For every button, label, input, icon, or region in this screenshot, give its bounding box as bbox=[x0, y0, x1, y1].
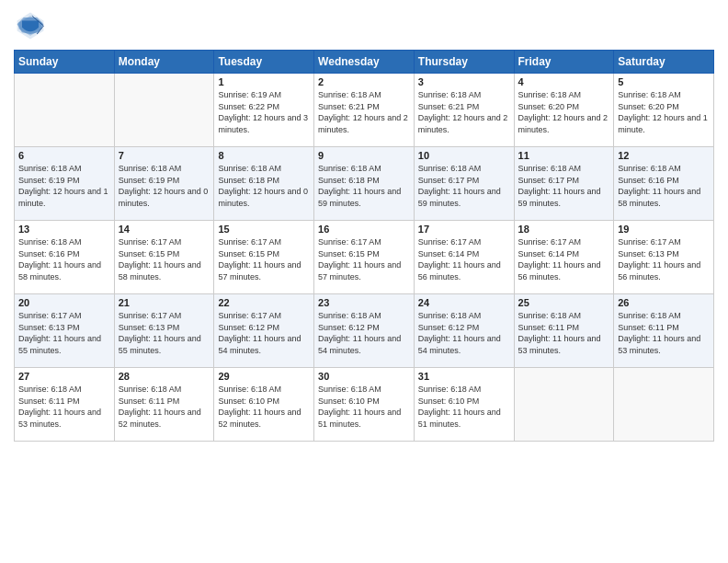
day-info: Sunrise: 6:19 AM Sunset: 6:22 PM Dayligh… bbox=[218, 89, 310, 135]
day-cell: 21Sunrise: 6:17 AM Sunset: 6:13 PM Dayli… bbox=[114, 294, 214, 368]
day-info: Sunrise: 6:18 AM Sunset: 6:21 PM Dayligh… bbox=[318, 89, 410, 135]
day-number: 13 bbox=[18, 224, 110, 235]
day-info: Sunrise: 6:18 AM Sunset: 6:12 PM Dayligh… bbox=[318, 310, 410, 356]
day-info: Sunrise: 6:18 AM Sunset: 6:16 PM Dayligh… bbox=[618, 163, 710, 209]
day-number: 15 bbox=[218, 224, 310, 235]
day-number: 3 bbox=[418, 76, 510, 87]
day-cell: 25Sunrise: 6:18 AM Sunset: 6:11 PM Dayli… bbox=[514, 294, 614, 368]
day-info: Sunrise: 6:18 AM Sunset: 6:12 PM Dayligh… bbox=[418, 310, 510, 356]
day-cell: 28Sunrise: 6:18 AM Sunset: 6:11 PM Dayli… bbox=[114, 368, 214, 442]
week-row-3: 13Sunrise: 6:18 AM Sunset: 6:16 PM Dayli… bbox=[15, 221, 714, 294]
day-number: 22 bbox=[218, 297, 310, 308]
day-cell bbox=[514, 368, 614, 442]
day-info: Sunrise: 6:18 AM Sunset: 6:11 PM Dayligh… bbox=[618, 310, 710, 356]
day-info: Sunrise: 6:17 AM Sunset: 6:15 PM Dayligh… bbox=[119, 236, 210, 282]
day-cell: 24Sunrise: 6:18 AM Sunset: 6:12 PM Dayli… bbox=[414, 294, 514, 368]
day-number: 18 bbox=[518, 224, 610, 235]
day-number: 14 bbox=[119, 224, 210, 235]
weekday-header-thursday: Thursday bbox=[414, 51, 514, 74]
day-info: Sunrise: 6:18 AM Sunset: 6:11 PM Dayligh… bbox=[18, 384, 110, 430]
day-number: 19 bbox=[618, 224, 710, 235]
day-number: 12 bbox=[618, 150, 710, 161]
day-cell: 8Sunrise: 6:18 AM Sunset: 6:18 PM Daylig… bbox=[214, 147, 314, 221]
day-number: 11 bbox=[518, 150, 610, 161]
day-cell: 31Sunrise: 6:18 AM Sunset: 6:10 PM Dayli… bbox=[414, 368, 514, 442]
day-cell: 7Sunrise: 6:18 AM Sunset: 6:19 PM Daylig… bbox=[114, 147, 214, 221]
day-cell: 1Sunrise: 6:19 AM Sunset: 6:22 PM Daylig… bbox=[214, 74, 314, 147]
day-number: 1 bbox=[218, 76, 310, 87]
day-info: Sunrise: 6:17 AM Sunset: 6:15 PM Dayligh… bbox=[318, 236, 410, 282]
day-number: 31 bbox=[418, 371, 510, 382]
weekday-header-monday: Monday bbox=[114, 51, 214, 74]
day-info: Sunrise: 6:18 AM Sunset: 6:17 PM Dayligh… bbox=[418, 163, 510, 209]
day-cell bbox=[614, 368, 714, 442]
weekday-header-sunday: Sunday bbox=[15, 51, 115, 74]
weekday-header-wednesday: Wednesday bbox=[314, 51, 415, 74]
day-cell: 10Sunrise: 6:18 AM Sunset: 6:17 PM Dayli… bbox=[414, 147, 514, 221]
logo bbox=[14, 9, 51, 42]
day-cell: 18Sunrise: 6:17 AM Sunset: 6:14 PM Dayli… bbox=[514, 221, 614, 294]
day-info: Sunrise: 6:18 AM Sunset: 6:10 PM Dayligh… bbox=[418, 384, 510, 430]
day-number: 24 bbox=[418, 297, 510, 308]
day-info: Sunrise: 6:17 AM Sunset: 6:13 PM Dayligh… bbox=[119, 310, 210, 356]
day-info: Sunrise: 6:17 AM Sunset: 6:13 PM Dayligh… bbox=[18, 310, 110, 356]
day-number: 4 bbox=[518, 76, 610, 87]
day-number: 6 bbox=[18, 150, 110, 161]
day-info: Sunrise: 6:18 AM Sunset: 6:18 PM Dayligh… bbox=[218, 163, 310, 209]
day-number: 9 bbox=[318, 150, 410, 161]
day-cell: 14Sunrise: 6:17 AM Sunset: 6:15 PM Dayli… bbox=[114, 221, 214, 294]
day-cell: 5Sunrise: 6:18 AM Sunset: 6:20 PM Daylig… bbox=[614, 74, 714, 147]
day-number: 17 bbox=[418, 224, 510, 235]
day-info: Sunrise: 6:18 AM Sunset: 6:20 PM Dayligh… bbox=[618, 89, 710, 135]
day-cell: 3Sunrise: 6:18 AM Sunset: 6:21 PM Daylig… bbox=[414, 74, 514, 147]
weekday-header-tuesday: Tuesday bbox=[214, 51, 314, 74]
day-info: Sunrise: 6:18 AM Sunset: 6:20 PM Dayligh… bbox=[518, 89, 610, 135]
week-row-5: 27Sunrise: 6:18 AM Sunset: 6:11 PM Dayli… bbox=[15, 368, 714, 442]
logo-icon bbox=[14, 9, 47, 42]
week-row-2: 6Sunrise: 6:18 AM Sunset: 6:19 PM Daylig… bbox=[15, 147, 714, 221]
week-row-1: 1Sunrise: 6:19 AM Sunset: 6:22 PM Daylig… bbox=[15, 74, 714, 147]
day-cell: 15Sunrise: 6:17 AM Sunset: 6:15 PM Dayli… bbox=[214, 221, 314, 294]
page: SundayMondayTuesdayWednesdayThursdayFrid… bbox=[0, 0, 728, 563]
day-info: Sunrise: 6:18 AM Sunset: 6:19 PM Dayligh… bbox=[18, 163, 110, 209]
day-cell: 23Sunrise: 6:18 AM Sunset: 6:12 PM Dayli… bbox=[314, 294, 415, 368]
day-number: 16 bbox=[318, 224, 410, 235]
day-info: Sunrise: 6:17 AM Sunset: 6:14 PM Dayligh… bbox=[518, 236, 610, 282]
day-cell: 11Sunrise: 6:18 AM Sunset: 6:17 PM Dayli… bbox=[514, 147, 614, 221]
day-number: 27 bbox=[18, 371, 110, 382]
day-info: Sunrise: 6:18 AM Sunset: 6:10 PM Dayligh… bbox=[218, 384, 310, 430]
day-cell: 9Sunrise: 6:18 AM Sunset: 6:18 PM Daylig… bbox=[314, 147, 415, 221]
day-info: Sunrise: 6:18 AM Sunset: 6:11 PM Dayligh… bbox=[119, 384, 210, 430]
day-info: Sunrise: 6:18 AM Sunset: 6:21 PM Dayligh… bbox=[418, 89, 510, 135]
day-number: 23 bbox=[318, 297, 410, 308]
day-cell: 19Sunrise: 6:17 AM Sunset: 6:13 PM Dayli… bbox=[614, 221, 714, 294]
header bbox=[14, 9, 714, 42]
day-number: 29 bbox=[218, 371, 310, 382]
day-number: 5 bbox=[618, 76, 710, 87]
calendar: SundayMondayTuesdayWednesdayThursdayFrid… bbox=[14, 50, 714, 442]
day-cell bbox=[114, 74, 214, 147]
day-info: Sunrise: 6:18 AM Sunset: 6:10 PM Dayligh… bbox=[318, 384, 410, 430]
day-cell bbox=[15, 74, 115, 147]
day-number: 21 bbox=[119, 297, 210, 308]
weekday-header-friday: Friday bbox=[514, 51, 614, 74]
day-cell: 17Sunrise: 6:17 AM Sunset: 6:14 PM Dayli… bbox=[414, 221, 514, 294]
day-info: Sunrise: 6:17 AM Sunset: 6:12 PM Dayligh… bbox=[218, 310, 310, 356]
day-info: Sunrise: 6:18 AM Sunset: 6:17 PM Dayligh… bbox=[518, 163, 610, 209]
day-number: 8 bbox=[218, 150, 310, 161]
day-cell: 16Sunrise: 6:17 AM Sunset: 6:15 PM Dayli… bbox=[314, 221, 415, 294]
day-info: Sunrise: 6:17 AM Sunset: 6:13 PM Dayligh… bbox=[618, 236, 710, 282]
day-cell: 29Sunrise: 6:18 AM Sunset: 6:10 PM Dayli… bbox=[214, 368, 314, 442]
day-info: Sunrise: 6:17 AM Sunset: 6:15 PM Dayligh… bbox=[218, 236, 310, 282]
day-info: Sunrise: 6:18 AM Sunset: 6:19 PM Dayligh… bbox=[119, 163, 210, 209]
day-cell: 27Sunrise: 6:18 AM Sunset: 6:11 PM Dayli… bbox=[15, 368, 115, 442]
day-number: 26 bbox=[618, 297, 710, 308]
day-cell: 6Sunrise: 6:18 AM Sunset: 6:19 PM Daylig… bbox=[15, 147, 115, 221]
day-number: 25 bbox=[518, 297, 610, 308]
weekday-header-saturday: Saturday bbox=[614, 51, 714, 74]
day-number: 2 bbox=[318, 76, 410, 87]
day-cell: 4Sunrise: 6:18 AM Sunset: 6:20 PM Daylig… bbox=[514, 74, 614, 147]
day-cell: 26Sunrise: 6:18 AM Sunset: 6:11 PM Dayli… bbox=[614, 294, 714, 368]
day-info: Sunrise: 6:18 AM Sunset: 6:16 PM Dayligh… bbox=[18, 236, 110, 282]
day-cell: 20Sunrise: 6:17 AM Sunset: 6:13 PM Dayli… bbox=[15, 294, 115, 368]
